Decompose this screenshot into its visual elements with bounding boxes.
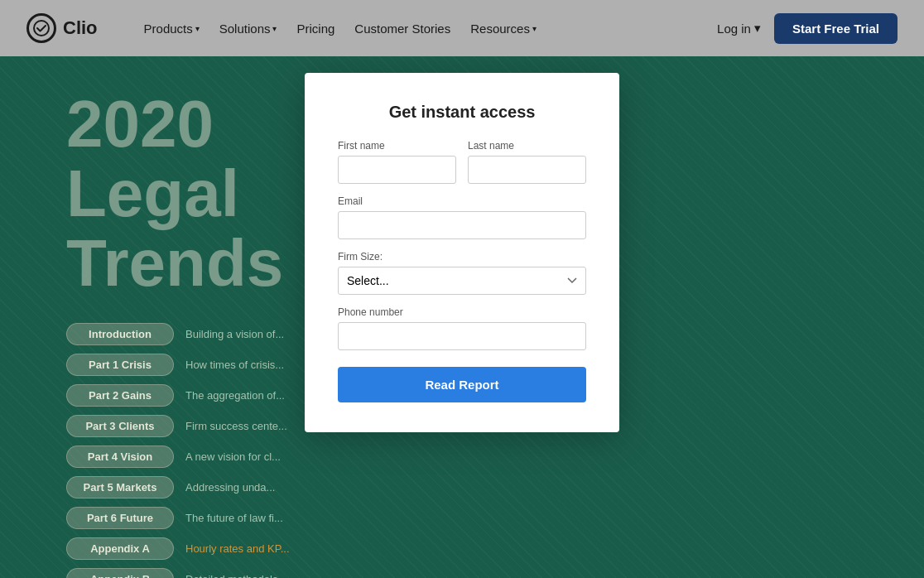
firm-size-row: Firm Size: Select... Solo 2-5 6-20 21-50… (338, 251, 586, 295)
navbar: Clio Products ▾ Solutions ▾ Pricing Cust… (0, 0, 924, 56)
firm-size-select[interactable]: Select... Solo 2-5 6-20 21-50 51-100 100… (338, 267, 586, 295)
nav-right: Log in ▾ Start Free Trial (717, 13, 898, 44)
logo-text: Clio (63, 17, 98, 39)
nav-resources[interactable]: Resources ▾ (464, 17, 543, 41)
chevron-down-icon: ▾ (272, 24, 277, 33)
modal: Get instant access First name Last name … (305, 73, 619, 432)
nav-products[interactable]: Products ▾ (137, 17, 206, 41)
svg-point-0 (34, 21, 49, 36)
email-row: Email (338, 195, 586, 239)
nav-links: Products ▾ Solutions ▾ Pricing Customer … (137, 17, 691, 41)
nav-customer-stories[interactable]: Customer Stories (348, 17, 457, 41)
last-name-label: Last name (468, 140, 586, 152)
modal-title: Get instant access (338, 103, 586, 122)
first-name-label: First name (338, 140, 456, 152)
chevron-down-icon: ▾ (195, 24, 200, 33)
logo[interactable]: Clio (26, 13, 98, 43)
email-input[interactable] (338, 211, 586, 239)
name-row: First name Last name (338, 140, 586, 184)
last-name-group: Last name (468, 140, 586, 184)
start-trial-button[interactable]: Start Free Trial (774, 13, 898, 44)
read-report-button[interactable]: Read Report (338, 367, 586, 402)
phone-row: Phone number (338, 306, 586, 350)
firm-size-label: Firm Size: (338, 251, 586, 263)
phone-group: Phone number (338, 306, 586, 350)
chevron-down-icon: ▾ (754, 21, 761, 36)
first-name-group: First name (338, 140, 456, 184)
phone-label: Phone number (338, 306, 586, 318)
first-name-input[interactable] (338, 156, 456, 184)
firm-size-group: Firm Size: Select... Solo 2-5 6-20 21-50… (338, 251, 586, 295)
phone-input[interactable] (338, 322, 586, 350)
last-name-input[interactable] (468, 156, 586, 184)
modal-overlay: Get instant access First name Last name … (0, 56, 924, 578)
email-group: Email (338, 195, 586, 239)
login-button[interactable]: Log in ▾ (717, 21, 761, 36)
chevron-down-icon: ▾ (532, 24, 537, 33)
main-content: 2020 Legal Trends Introduction Building … (0, 56, 924, 578)
logo-icon (26, 13, 56, 43)
email-label: Email (338, 195, 586, 207)
nav-solutions[interactable]: Solutions ▾ (213, 17, 284, 41)
nav-pricing[interactable]: Pricing (290, 17, 341, 41)
